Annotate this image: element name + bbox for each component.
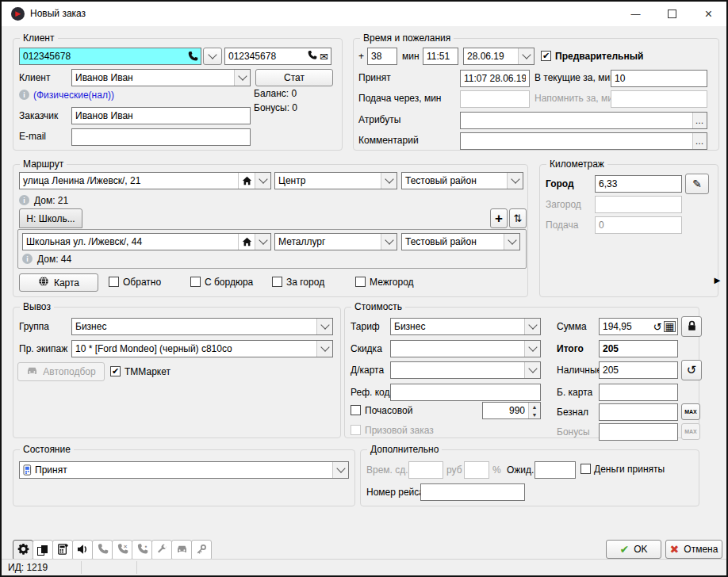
crew-group-combo[interactable]: Бизнес — [71, 318, 333, 335]
gear-icon — [17, 543, 29, 557]
status-bar: ИД: 1219 — [2, 559, 726, 575]
stat-button[interactable]: Стат — [255, 69, 333, 86]
to-district-combo[interactable]: Тестовый район — [401, 233, 520, 250]
flight-number-input[interactable] — [420, 483, 525, 501]
cash-input[interactable] — [599, 361, 678, 379]
tmmarket-label: ТММаркет — [125, 366, 171, 377]
arrow-down-icon[interactable]: ▼ — [529, 411, 540, 418]
in-current-input[interactable] — [611, 70, 707, 87]
minimize-button[interactable]: — — [618, 2, 653, 26]
cancel-button[interactable]: ✖ Отмена — [665, 540, 722, 559]
phone1-dropdown-button[interactable] — [203, 48, 222, 65]
envelope-icon[interactable]: ✉ — [320, 51, 328, 63]
intercity-checkbox[interactable] — [355, 277, 366, 287]
calculator-button[interactable] — [52, 540, 73, 560]
dispatch-group-label: Вывоз — [20, 301, 54, 313]
wait-label: Ожид. — [507, 464, 534, 476]
preferred-crew-combo[interactable]: 10 * [Ford Mondeo] (черный) с810со — [71, 340, 333, 357]
plus-sign: + — [358, 51, 364, 62]
from-district-combo[interactable]: Тестовый район — [401, 172, 523, 189]
maximize-button[interactable] — [654, 2, 690, 26]
ellipsis-button[interactable]: … — [692, 133, 707, 149]
add-point-button[interactable]: + — [490, 208, 508, 228]
chevron-down-icon — [208, 50, 216, 59]
prize-order-label: Призовой заказ — [365, 425, 434, 436]
city-km-input[interactable] — [595, 175, 682, 193]
ellipsis-button[interactable]: … — [692, 113, 707, 128]
map-button[interactable]: Карта — [19, 273, 98, 292]
time-input[interactable] — [423, 48, 458, 65]
to-address-combo[interactable]: Школьная ул. /Ижевск/, 44 — [22, 233, 271, 250]
car-icon — [26, 366, 38, 377]
reorder-points-button[interactable]: ⇅ — [509, 208, 527, 228]
info-icon: i — [22, 254, 33, 264]
home-icon[interactable] — [238, 173, 255, 189]
destination-tab[interactable]: Н: Школь... — [19, 208, 82, 228]
hourly-checkbox[interactable] — [351, 405, 361, 415]
out-of-town-checkbox[interactable] — [272, 277, 282, 287]
tmmarket-checkbox[interactable] — [110, 366, 121, 376]
arrow-up-icon[interactable]: ▲ — [529, 403, 540, 411]
state-combo[interactable]: Принят — [19, 461, 349, 479]
chevron-down-icon — [238, 71, 247, 80]
spinner-arrows[interactable]: ▲▼ — [528, 403, 540, 418]
edit-km-button[interactable]: ✎ — [685, 174, 709, 194]
extra-group-label: Дополнительно — [367, 444, 442, 456]
key-icon — [196, 544, 207, 557]
suburb-km-input — [595, 196, 682, 213]
close-button[interactable]: × — [691, 2, 726, 26]
phone2-input[interactable]: ✉ — [224, 48, 331, 65]
offset-min-input[interactable] — [367, 48, 397, 65]
preliminary-checkbox[interactable] — [541, 51, 551, 61]
dcard-label: Д/карта — [351, 365, 384, 376]
cash-label: Наличные — [557, 365, 602, 376]
settings-button[interactable] — [13, 540, 33, 560]
phone1-input[interactable] — [19, 48, 201, 65]
bonus-pay-input[interactable] — [599, 423, 678, 441]
reset-cash-button[interactable]: ↺ — [681, 360, 702, 380]
chevron-down-icon — [522, 50, 531, 59]
accepted-input[interactable] — [460, 70, 530, 87]
time-group-label: Время и пожелания — [360, 32, 454, 44]
email-input[interactable] — [71, 128, 251, 146]
discount-label: Скидка — [351, 343, 382, 354]
discount-combo[interactable] — [390, 340, 541, 357]
chevron-down-icon — [528, 364, 537, 373]
curb-checkbox[interactable] — [190, 277, 201, 287]
client-category-link[interactable]: (Физические(нал)) — [33, 90, 114, 101]
side-panel-expander-icon[interactable]: ► — [712, 275, 722, 286]
hourly-amount-spinner[interactable]: ▲▼ — [482, 402, 541, 419]
cashless-input[interactable] — [599, 403, 678, 421]
home-icon[interactable] — [238, 234, 255, 250]
money-accepted-checkbox[interactable] — [580, 464, 591, 474]
dcard-combo[interactable] — [390, 361, 541, 379]
ok-button[interactable]: ✔ OK — [606, 540, 661, 559]
copy-order-button[interactable] — [33, 540, 53, 560]
return-checkbox[interactable] — [109, 277, 119, 287]
recalc-icon[interactable]: ↺ — [653, 322, 662, 332]
email-field-label: E-mail — [19, 131, 46, 142]
wait-input[interactable] — [535, 461, 576, 479]
cashless-max-button[interactable]: max — [681, 403, 700, 420]
total-input[interactable] — [599, 340, 678, 357]
sum-input[interactable]: ↺ ▦ — [599, 318, 678, 335]
client-combo[interactable]: Иванов Иван — [71, 69, 251, 86]
attributes-input[interactable]: … — [460, 112, 707, 129]
from-zone-combo[interactable]: Центр — [274, 172, 397, 189]
from-house-label: Дом: 21 — [34, 195, 68, 206]
comment-input[interactable]: … — [460, 132, 707, 150]
tariff-combo[interactable]: Бизнес — [390, 318, 541, 335]
date-combo[interactable]: 28.06.19 — [463, 48, 535, 65]
order-id-label: ИД: 1219 — [8, 562, 48, 573]
sound-button[interactable] — [72, 540, 93, 560]
taximeter-icon[interactable]: ▦ — [664, 321, 676, 332]
client-field-label: Клиент — [19, 72, 51, 83]
lock-sum-button[interactable] — [681, 316, 702, 337]
from-address-combo[interactable]: улица Ленина /Ижевск/, 21 — [19, 172, 271, 189]
refcode-input[interactable] — [390, 384, 541, 401]
chevron-down-icon — [385, 174, 393, 183]
customer-input[interactable] — [71, 107, 251, 124]
bank-card-input[interactable] — [599, 384, 678, 401]
to-zone-combo[interactable]: Металлург — [274, 233, 397, 250]
shift-percent-input — [464, 461, 489, 479]
